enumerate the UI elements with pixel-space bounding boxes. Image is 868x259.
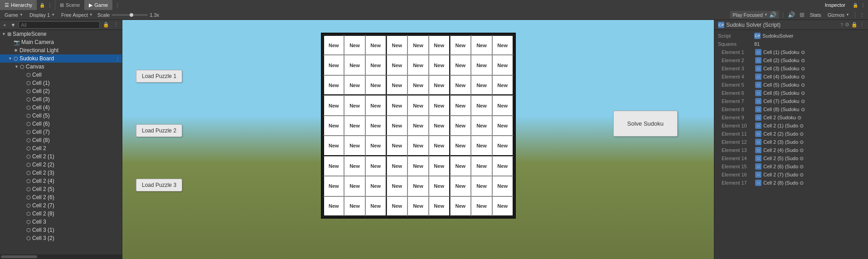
sudoku-cell-51[interactable]: New [450, 136, 471, 156]
sudoku-cell-71[interactable]: New [492, 176, 514, 196]
stats-button[interactable]: Stats [808, 12, 823, 18]
sudoku-cell-47[interactable]: New [365, 136, 387, 156]
gizmos-dropdown[interactable]: Gizmos ▼ [826, 12, 851, 18]
sudoku-cell-31[interactable]: New [407, 95, 429, 115]
tab-inspector[interactable]: Inspector [820, 2, 850, 8]
hier-item-cell2-7[interactable]: ▶⬡Cell 2 (7) [0, 201, 122, 210]
sudoku-cell-19[interactable]: New [344, 75, 365, 95]
element-row-15[interactable]: Element 15□Cell 2 (6) (Sudo ⊙ [714, 162, 868, 171]
element-row-10[interactable]: Element 10□Cell 2 (1) (Sudo ⊙ [714, 122, 868, 130]
element-row-1[interactable]: Element 1□Cell (1) (Sudoku ⊙ [714, 48, 868, 56]
sudoku-cell-60[interactable]: New [450, 156, 471, 176]
sudoku-cell-21[interactable]: New [387, 75, 408, 95]
sudoku-cell-26[interactable]: New [492, 75, 514, 95]
sudoku-cell-58[interactable]: New [407, 156, 429, 176]
sudoku-cell-52[interactable]: New [471, 136, 492, 156]
sudoku-cell-40[interactable]: New [407, 116, 429, 136]
sudoku-cell-0[interactable]: New [323, 35, 344, 55]
aspect-dropdown[interactable]: Free Aspect ▼ [59, 12, 95, 18]
sudoku-cell-67[interactable]: New [407, 176, 429, 196]
hierarchy-horizontal-scrollbar[interactable] [0, 254, 122, 259]
element-row-12[interactable]: Element 12□Cell 2 (3) (Sudo ⊙ [714, 138, 868, 146]
sudoku-cell-77[interactable]: New [429, 196, 450, 216]
hier-item-cell8[interactable]: ▶⬡Cell (8) [0, 136, 122, 144]
hier-item-directionallight[interactable]: ▶ ☀ Directional Light [0, 46, 122, 54]
sudoku-cell-6[interactable]: New [450, 35, 471, 55]
hier-item-cell4[interactable]: ▶⬡Cell (4) [0, 103, 122, 112]
sudoku-cell-10[interactable]: New [344, 55, 365, 75]
expand-sudokuboard[interactable]: ▼ [8, 56, 14, 61]
load-puzzle-3-button[interactable]: Load Puzzle 3 [136, 179, 182, 191]
sudoku-cell-33[interactable]: New [450, 95, 471, 115]
sudoku-cell-13[interactable]: New [407, 55, 429, 75]
tab-hierarchy[interactable]: ☰ Hierarchy [0, 0, 37, 10]
sudoku-cell-25[interactable]: New [471, 75, 492, 95]
sudoku-cell-37[interactable]: New [344, 116, 365, 136]
sudoku-cell-34[interactable]: New [471, 95, 492, 115]
sudoku-cell-74[interactable]: New [365, 196, 387, 216]
sudoku-cell-70[interactable]: New [471, 176, 492, 196]
hier-item-sudokuboard[interactable]: ▼ ⬡ Sudoku Board ⋮ [0, 54, 122, 63]
sudoku-cell-63[interactable]: New [323, 176, 344, 196]
hier-item-cell1[interactable]: ▶⬡Cell (1) [0, 79, 122, 87]
sudoku-cell-11[interactable]: New [365, 55, 387, 75]
hier-item-samplescene[interactable]: ▼ ⊞ SampleScene [0, 30, 122, 38]
element-row-5[interactable]: Element 5□Cell (5) (Sudoku ⊙ [714, 81, 868, 89]
load-puzzle-1-button[interactable]: Load Puzzle 1 [136, 70, 182, 83]
hierarchy-search-input[interactable] [19, 21, 100, 29]
sudoku-cell-2[interactable]: New [365, 35, 387, 55]
sudoku-cell-80[interactable]: New [492, 196, 514, 216]
inspector-lock-icon[interactable]: 🔒 [852, 2, 859, 8]
sudoku-cell-17[interactable]: New [492, 55, 514, 75]
sudoku-cell-4[interactable]: New [407, 35, 429, 55]
speaker-icon[interactable]: 🔊 [787, 11, 796, 18]
expand-samplescene[interactable]: ▼ [2, 32, 7, 36]
solve-sudoku-button[interactable]: Solve Sudoku [613, 111, 678, 137]
scale-slider[interactable] [112, 14, 148, 16]
element-row-6[interactable]: Element 6□Cell (6) (Sudoku ⊙ [714, 89, 868, 97]
sudoku-cell-30[interactable]: New [387, 95, 408, 115]
hier-item-cell2-2[interactable]: ▶⬡Cell 2 (2) [0, 161, 122, 169]
sudoku-cell-45[interactable]: New [323, 136, 344, 156]
element-row-16[interactable]: Element 16□Cell 2 (7) (Sudo ⊙ [714, 171, 868, 179]
hierarchy-lock-icon[interactable]: 🔒 [39, 2, 46, 8]
hierarchy-lock-icon[interactable]: 🔒 [102, 22, 111, 28]
sudoku-cell-69[interactable]: New [450, 176, 471, 196]
hier-item-cell3[interactable]: ▶⬡Cell (3) [0, 95, 122, 103]
sudoku-cell-39[interactable]: New [387, 116, 408, 136]
sudoku-cell-38[interactable]: New [365, 116, 387, 136]
hier-item-cell2-8[interactable]: ▶⬡Cell 2 (8) [0, 210, 122, 218]
display-dropdown[interactable]: Display 1 ▼ [28, 12, 57, 18]
sudoku-cell-73[interactable]: New [344, 196, 365, 216]
sudoku-cell-43[interactable]: New [471, 116, 492, 136]
hier-item-cell5[interactable]: ▶⬡Cell (5) [0, 112, 122, 120]
sudoku-cell-61[interactable]: New [471, 156, 492, 176]
element-row-3[interactable]: Element 3□Cell (3) (Sudoku ⊙ [714, 64, 868, 73]
sudoku-cell-56[interactable]: New [365, 156, 387, 176]
element-row-11[interactable]: Element 11□Cell 2 (2) (Sudo ⊙ [714, 130, 868, 138]
sudoku-cell-49[interactable]: New [407, 136, 429, 156]
play-focused-button[interactable]: Play Focused ▼ 🔊 [730, 11, 779, 19]
sudoku-cell-41[interactable]: New [429, 116, 450, 136]
sudoku-cell-14[interactable]: New [429, 55, 450, 75]
hier-item-cell2-3[interactable]: ▶⬡Cell 2 (3) [0, 169, 122, 177]
sudoku-cell-23[interactable]: New [429, 75, 450, 95]
sudoku-cell-22[interactable]: New [407, 75, 429, 95]
hier-item-cell2-5[interactable]: ▶⬡Cell 2 (5) [0, 185, 122, 193]
element-row-14[interactable]: Element 14□Cell 2 (5) (Sudo ⊙ [714, 154, 868, 162]
sudoku-cell-66[interactable]: New [387, 176, 408, 196]
sudoku-cell-18[interactable]: New [323, 75, 344, 95]
element-row-17[interactable]: Element 17□Cell 2 (8) (Sudo ⊙ [714, 179, 868, 187]
center-menu-icon[interactable]: ⋮ [859, 12, 865, 18]
element-row-9[interactable]: Element 9□Cell 2 (Sudoku ⊙ [714, 113, 868, 122]
game-display-dropdown[interactable]: Game ▼ [3, 12, 25, 18]
sudoku-cell-12[interactable]: New [387, 55, 408, 75]
sudoku-cell-53[interactable]: New [492, 136, 514, 156]
sudoku-cell-20[interactable]: New [365, 75, 387, 95]
sudoku-cell-46[interactable]: New [344, 136, 365, 156]
add-button[interactable]: + [2, 22, 7, 28]
sudoku-cell-35[interactable]: New [492, 95, 514, 115]
sudokuboard-options[interactable]: ⋮ [116, 56, 120, 61]
sudoku-cell-9[interactable]: New [323, 55, 344, 75]
hier-item-cell2-1[interactable]: ▶⬡Cell 2 (1) [0, 152, 122, 161]
